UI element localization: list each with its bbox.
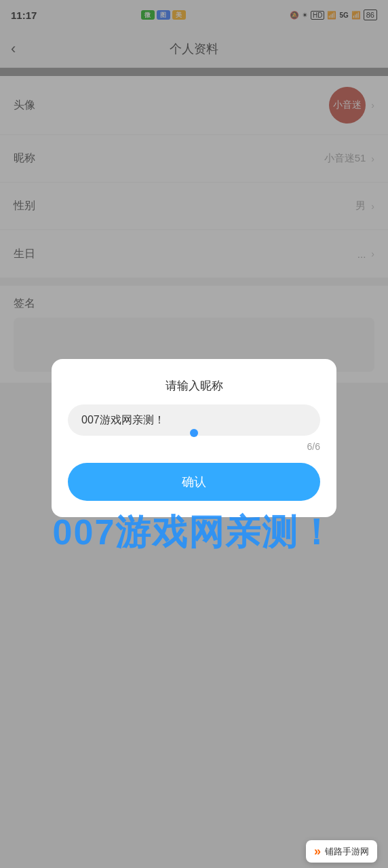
badge-text: 铺路手游网 xyxy=(325,846,369,858)
dialog-title: 请输入昵称 xyxy=(166,378,223,394)
modal-overlay: 请输入昵称 6/6 确认 xyxy=(0,0,388,868)
char-count: 6/6 xyxy=(68,441,320,452)
nickname-dialog: 请输入昵称 6/6 确认 xyxy=(52,359,336,517)
text-cursor xyxy=(190,429,198,437)
confirm-button[interactable]: 确认 xyxy=(68,463,320,501)
bottom-badge: » 铺路手游网 xyxy=(306,840,377,863)
dialog-input-wrap xyxy=(68,404,320,436)
badge-arrows-icon: » xyxy=(314,844,321,858)
